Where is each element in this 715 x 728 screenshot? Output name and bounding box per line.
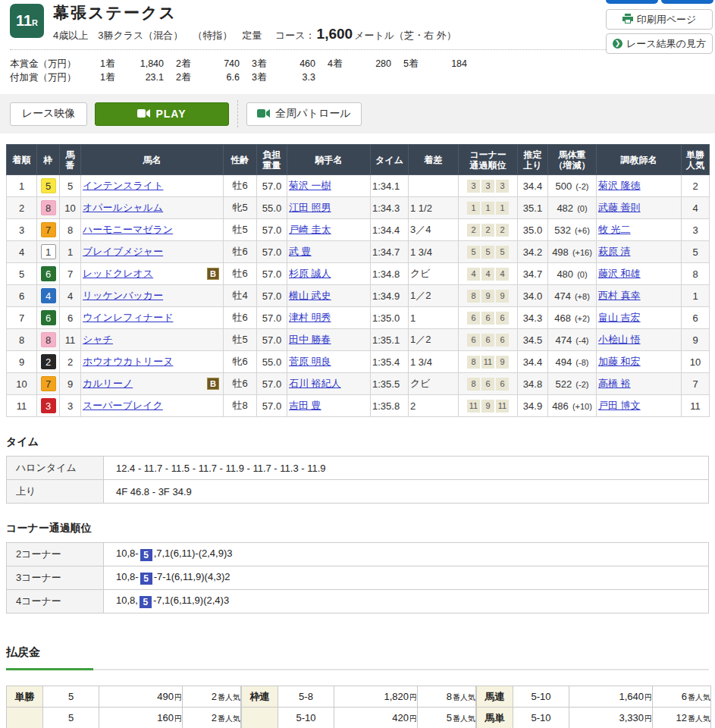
trainer-link[interactable]: 加藤 和宏 [598, 356, 641, 367]
jockey-link[interactable]: 菅原 明良 [289, 356, 331, 367]
prize-place-label: 3着 [252, 71, 276, 84]
corner-order-cell: 555 [459, 241, 518, 263]
results-column-header: 調教師名 [597, 145, 682, 175]
win-popularity: 7 [682, 373, 710, 395]
frame-number-badge: 1 [41, 244, 56, 259]
horse-name-cell: カルリーノB [81, 373, 224, 395]
horse-weight-cell: 480 (0) [548, 263, 597, 285]
time-table: ハロンタイム12.4 - 11.7 - 11.5 - 11.7 - 11.9 -… [6, 456, 709, 504]
results-body: 1 5 5 インテンスライト 牡6 57.0 菊沢 一樹 1:34.1 333 … [7, 175, 710, 417]
jockey-link[interactable]: 戸崎 圭太 [289, 224, 331, 235]
corner-order-cell: 8119 [459, 351, 518, 373]
horse-weight-diff: (+16) [570, 248, 592, 257]
margin: 1 [409, 307, 459, 329]
horse-name-link[interactable]: オパールシャルム [83, 202, 163, 213]
finish-position: 2 [7, 197, 37, 219]
results-column-header: 性齢 [224, 145, 257, 175]
trainer-link[interactable]: 菊沢 隆徳 [598, 180, 641, 191]
play-button[interactable]: PLAY [95, 102, 229, 126]
horse-name-link[interactable]: リッケンバッカー [83, 290, 163, 301]
horse-number: 3 [60, 395, 81, 417]
finish-position: 6 [7, 285, 37, 307]
payout-table: 枠連5-81,820円8番人気ワイド5-10420円5番人気5-8400円4番人… [241, 686, 476, 728]
payout-combination: 5-10 [278, 708, 334, 728]
frame-number-badge: 7 [41, 376, 56, 391]
trainer-cell: 高橋 裕 [597, 373, 682, 395]
corner-position-box: 9 [481, 290, 494, 303]
horse-name-link[interactable]: ウインレフィナード [83, 312, 173, 323]
horse-name-link[interactable]: ブレイブメジャー [83, 246, 163, 257]
jockey-cell: 津村 明秀 [287, 307, 371, 329]
horse-name-link[interactable]: ハーモニーマゼラン [83, 224, 173, 235]
horse-name-cell: ハーモニーマゼラン [81, 219, 224, 241]
jockey-link[interactable]: 江田 照男 [289, 202, 331, 213]
trainer-link[interactable]: 牧 光二 [598, 224, 631, 235]
corner-position-box: 5 [496, 246, 509, 259]
jockey-link[interactable]: 武 豊 [289, 246, 312, 257]
trainer-link[interactable]: 畠山 吉宏 [598, 312, 641, 323]
corner-position-box: 9 [496, 290, 509, 303]
jockey-link[interactable]: 杉原 誠人 [289, 268, 331, 279]
corner-table: 2コーナー10,8-5,7,1(6,11)-(2,4,9)33コーナー10,8-… [6, 542, 709, 613]
course-distance: 1,600 [317, 26, 353, 42]
margin: 3／4 [409, 219, 459, 241]
trainer-link[interactable]: 戸田 博文 [598, 400, 641, 411]
frame-number-badge: 7 [41, 222, 56, 237]
race-video-button[interactable]: レース映像 [10, 102, 87, 126]
jockey-link[interactable]: 津村 明秀 [289, 312, 331, 323]
jockey-link[interactable]: 菊沢 一樹 [289, 180, 331, 191]
horse-name-link[interactable]: シャチ [83, 334, 113, 345]
margin: 1 3/4 [409, 241, 459, 263]
horse-name-link[interactable]: インテンスライト [83, 180, 163, 191]
finish-position: 3 [7, 219, 37, 241]
jockey-cell: 江田 照男 [287, 197, 371, 219]
patrol-video-button[interactable]: 全周パトロール [246, 102, 362, 126]
race-number-badge: 11R [10, 4, 44, 38]
corner-position-box: 6 [496, 312, 509, 325]
corner-position-box: 3 [467, 180, 480, 193]
payout-popularity: 2番人気 [183, 686, 241, 708]
trainer-link[interactable]: 高橋 裕 [598, 378, 631, 389]
trainer-link[interactable]: 西村 真幸 [598, 290, 641, 301]
finish-time: 1:35.0 [371, 307, 409, 329]
payout-popularity: 5番人気 [418, 708, 476, 728]
horse-name-link[interactable]: レッドクレオス [83, 268, 153, 279]
horse-name-link[interactable]: ホウオウカトリーヌ [83, 356, 173, 367]
corner-position-box: 1 [496, 202, 509, 215]
jockey-link[interactable]: 吉田 豊 [289, 400, 321, 411]
trainer-link[interactable]: 武藤 善則 [598, 202, 641, 213]
trainer-cell: 加藤 和宏 [597, 351, 682, 373]
payout-table: 馬連5-101,640円6番人気馬単5-103,330円12番人気3連複5-8-… [476, 686, 711, 728]
results-column-header: 騎手名 [287, 145, 371, 175]
finish-position: 7 [7, 307, 37, 329]
corner-position-box: 11 [467, 400, 480, 413]
horse-name-cell: シャチ [81, 329, 224, 351]
horse-name-link[interactable]: スーパーブレイク [83, 400, 163, 411]
last-3f: 34.4 [518, 351, 548, 373]
prize-amount: 23.1 [124, 71, 164, 84]
corner-position-box: 4 [481, 268, 494, 281]
win-popularity: 11 [682, 395, 710, 417]
trainer-link[interactable]: 萩原 清 [598, 246, 631, 257]
results-column-header: タイム [371, 145, 409, 175]
horse-name-link[interactable]: カルリーノ [83, 378, 133, 389]
corner-row-label: 4コーナー [7, 590, 104, 613]
trainer-link[interactable]: 小桧山 悟 [598, 334, 641, 345]
trainer-link[interactable]: 藤沢 和雄 [598, 268, 641, 279]
trainer-cell: 畠山 吉宏 [597, 307, 682, 329]
frame-number-badge: 5 [41, 178, 56, 193]
last-3f: 34.4 [518, 175, 548, 197]
corner-position-box: 3 [496, 180, 509, 193]
horse-number: 7 [60, 263, 81, 285]
jockey-link[interactable]: 石川 裕紀人 [289, 378, 341, 389]
corner-order-cell: 899 [459, 285, 518, 307]
result-row: 10 7 9 カルリーノB 牡6 57.0 石川 裕紀人 1:35.5 クビ 8… [7, 373, 710, 395]
prize-row: 付加賞（万円）1着23.12着6.63着3.3 [10, 71, 709, 84]
divider [237, 100, 238, 127]
race-conditions: 4歳以上 3勝クラス（混合） （特指） 定量 コース：1,600メートル（芝・右… [53, 26, 594, 42]
jockey-link[interactable]: 横山 武史 [289, 290, 331, 301]
sex-age: 牡6 [224, 241, 257, 263]
payout-heading-underline [6, 668, 93, 670]
time-row-value: 12.4 - 11.7 - 11.5 - 11.7 - 11.9 - 11.7 … [104, 457, 709, 480]
jockey-link[interactable]: 田中 勝春 [289, 334, 331, 345]
